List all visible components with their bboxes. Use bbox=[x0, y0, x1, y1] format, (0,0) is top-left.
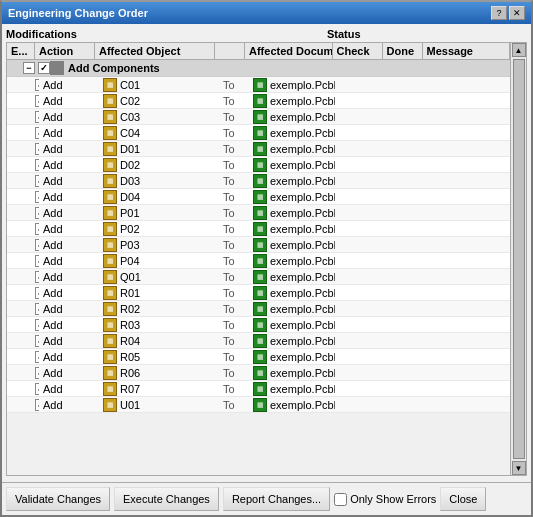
row-to: To bbox=[219, 175, 249, 187]
row-enable-cell bbox=[7, 95, 39, 107]
table-header: E... Action Affected Object Affected Doc… bbox=[7, 43, 510, 60]
comp-icon: ▦ bbox=[103, 302, 117, 316]
row-to: To bbox=[219, 79, 249, 91]
row-doc: ▦ exemplo.PcbDoc bbox=[249, 110, 335, 124]
row-enable-cell bbox=[7, 399, 39, 411]
table-row: Add ▦ R02 To ▦ exemplo.PcbDoc bbox=[7, 301, 510, 317]
row-doc: ▦ exemplo.PcbDoc bbox=[249, 158, 335, 172]
row-enable-cell bbox=[7, 175, 39, 187]
row-comp: ▦ R06 bbox=[99, 366, 219, 380]
row-action: Add bbox=[39, 399, 99, 411]
table-row: Add ▦ D03 To ▦ exemplo.PcbDoc bbox=[7, 173, 510, 189]
report-changes-button[interactable]: Report Changes... bbox=[223, 487, 330, 511]
row-enable-cell bbox=[7, 159, 39, 171]
table-row: Add ▦ R07 To ▦ exemplo.PcbDoc bbox=[7, 381, 510, 397]
panel-headers: Modifications Status bbox=[6, 28, 527, 40]
execute-changes-button[interactable]: Execute Changes bbox=[114, 487, 219, 511]
comp-icon: ▦ bbox=[103, 110, 117, 124]
row-to: To bbox=[219, 255, 249, 267]
row-to: To bbox=[219, 239, 249, 251]
row-to: To bbox=[219, 143, 249, 155]
doc-icon: ▦ bbox=[253, 334, 267, 348]
row-comp: ▦ Q01 bbox=[99, 270, 219, 284]
row-comp: ▦ D03 bbox=[99, 174, 219, 188]
doc-icon: ▦ bbox=[253, 382, 267, 396]
comp-icon: ▦ bbox=[103, 334, 117, 348]
row-doc: ▦ exemplo.PcbDoc bbox=[249, 206, 335, 220]
row-enable-cell bbox=[7, 351, 39, 363]
row-to: To bbox=[219, 271, 249, 283]
table-row: Add ▦ P02 To ▦ exemplo.PcbDoc bbox=[7, 221, 510, 237]
row-action: Add bbox=[39, 335, 99, 347]
comp-icon: ▦ bbox=[103, 366, 117, 380]
row-action: Add bbox=[39, 159, 99, 171]
row-action: Add bbox=[39, 191, 99, 203]
row-to: To bbox=[219, 399, 249, 411]
col-spacer bbox=[215, 43, 245, 59]
help-button[interactable]: ? bbox=[491, 6, 507, 20]
row-comp: ▦ P01 bbox=[99, 206, 219, 220]
window-title: Engineering Change Order bbox=[8, 7, 148, 19]
doc-icon: ▦ bbox=[253, 238, 267, 252]
row-enable-cell bbox=[7, 111, 39, 123]
table-row: Add ▦ C02 To ▦ exemplo.PcbDoc bbox=[7, 93, 510, 109]
row-to: To bbox=[219, 367, 249, 379]
comp-icon: ▦ bbox=[103, 142, 117, 156]
row-to: To bbox=[219, 95, 249, 107]
doc-icon: ▦ bbox=[253, 302, 267, 316]
row-comp: ▦ P03 bbox=[99, 238, 219, 252]
validate-changes-button[interactable]: Validate Changes bbox=[6, 487, 110, 511]
row-comp: ▦ P04 bbox=[99, 254, 219, 268]
only-show-errors-checkbox[interactable] bbox=[334, 493, 347, 506]
row-doc: ▦ exemplo.PcbDoc bbox=[249, 382, 335, 396]
row-doc: ▦ exemplo.PcbDoc bbox=[249, 238, 335, 252]
row-doc: ▦ exemplo.PcbDoc bbox=[249, 302, 335, 316]
doc-icon: ▦ bbox=[253, 94, 267, 108]
row-action: Add bbox=[39, 127, 99, 139]
row-action: Add bbox=[39, 143, 99, 155]
scrollbar[interactable]: ▲ ▼ bbox=[510, 43, 526, 475]
row-to: To bbox=[219, 335, 249, 347]
window-close-button[interactable]: ✕ bbox=[509, 6, 525, 20]
row-to: To bbox=[219, 191, 249, 203]
row-action: Add bbox=[39, 351, 99, 363]
title-bar-buttons: ? ✕ bbox=[491, 6, 525, 20]
group-checkbox[interactable] bbox=[38, 62, 50, 74]
table-row: Add ▦ C01 To ▦ exemplo.PcbDoc bbox=[7, 77, 510, 93]
row-comp: ▦ U01 bbox=[99, 398, 219, 412]
row-action: Add bbox=[39, 287, 99, 299]
main-window: Engineering Change Order ? ✕ Modificatio… bbox=[0, 0, 533, 517]
close-button[interactable]: Close bbox=[440, 487, 486, 511]
group-toggle[interactable]: − bbox=[23, 62, 35, 74]
table-row: Add ▦ D01 To ▦ exemplo.PcbDoc bbox=[7, 141, 510, 157]
scroll-up-button[interactable]: ▲ bbox=[512, 43, 526, 57]
row-enable-cell bbox=[7, 303, 39, 315]
row-action: Add bbox=[39, 207, 99, 219]
row-action: Add bbox=[39, 79, 99, 91]
table-row: Add ▦ C04 To ▦ exemplo.PcbDoc bbox=[7, 125, 510, 141]
doc-icon: ▦ bbox=[253, 174, 267, 188]
doc-icon: ▦ bbox=[253, 222, 267, 236]
scroll-thumb[interactable] bbox=[513, 59, 525, 459]
row-comp: ▦ D04 bbox=[99, 190, 219, 204]
title-bar: Engineering Change Order ? ✕ bbox=[2, 2, 531, 24]
table-row: Add ▦ P03 To ▦ exemplo.PcbDoc bbox=[7, 237, 510, 253]
col-message: Message bbox=[423, 43, 511, 59]
row-to: To bbox=[219, 319, 249, 331]
row-to: To bbox=[219, 159, 249, 171]
table-body: − Add Components Add ▦ C01 To ▦ exemplo.… bbox=[7, 60, 510, 475]
row-doc: ▦ exemplo.PcbDoc bbox=[249, 222, 335, 236]
row-comp: ▦ P02 bbox=[99, 222, 219, 236]
row-enable-cell bbox=[7, 319, 39, 331]
row-comp: ▦ C03 bbox=[99, 110, 219, 124]
scroll-down-button[interactable]: ▼ bbox=[512, 461, 526, 475]
row-enable-cell bbox=[7, 255, 39, 267]
comp-icon: ▦ bbox=[103, 254, 117, 268]
row-comp: ▦ R02 bbox=[99, 302, 219, 316]
row-to: To bbox=[219, 351, 249, 363]
row-action: Add bbox=[39, 271, 99, 283]
row-enable-cell bbox=[7, 207, 39, 219]
row-action: Add bbox=[39, 383, 99, 395]
row-doc: ▦ exemplo.PcbDoc bbox=[249, 190, 335, 204]
col-en: E... bbox=[7, 43, 35, 59]
